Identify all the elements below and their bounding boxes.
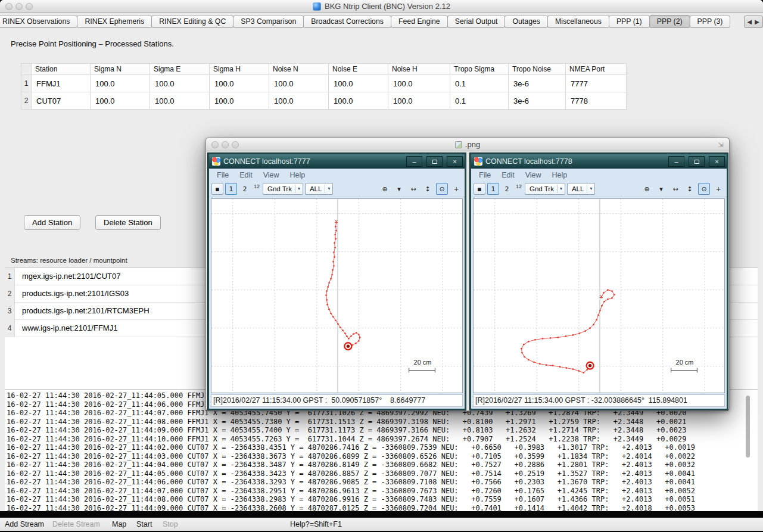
- view-2-button[interactable]: 2: [501, 183, 513, 195]
- view-12-button[interactable]: 12: [253, 183, 261, 189]
- view-1-button[interactable]: 1: [487, 183, 499, 195]
- tab-outages[interactable]: Outages: [504, 15, 548, 28]
- tab-feed-engine[interactable]: Feed Engine: [391, 15, 448, 28]
- cell-sigma-e[interactable]: 100.0: [150, 75, 210, 92]
- cell-noise-h[interactable]: 100.0: [388, 92, 450, 110]
- tab-rinex-ephemeris[interactable]: RINEX Ephemeris: [77, 15, 152, 28]
- cell-sigma-e[interactable]: 100.0: [150, 92, 210, 110]
- cell-noise-n[interactable]: 100.0: [269, 92, 329, 110]
- crosshair-icon[interactable]: +: [712, 183, 724, 195]
- png-titlebar[interactable]: .png ⇲: [206, 138, 729, 151]
- cell-sigma-n[interactable]: 100.0: [91, 75, 150, 92]
- cell-station[interactable]: CUT07: [32, 92, 91, 110]
- tab-ppp-2[interactable]: PPP (2): [649, 15, 690, 28]
- tab-scroll-right-icon[interactable]: ▶: [753, 18, 761, 25]
- plot-titlebar[interactable]: CONNECT localhost:7778–×: [471, 154, 727, 169]
- stream-row-number: 1: [5, 268, 15, 285]
- ground-track-plot[interactable]: 20 cm: [211, 198, 463, 393]
- plot-type-combo[interactable]: Gnd Trk▾: [263, 183, 303, 195]
- cell-station[interactable]: FFMJ1: [32, 75, 91, 92]
- tab-rinex-editing-qc[interactable]: RINEX Editing & QC: [151, 15, 233, 28]
- cell-nmea-port[interactable]: 7778: [566, 92, 627, 110]
- maximize-button[interactable]: [689, 156, 705, 167]
- fit-horizontal-icon[interactable]: ↔: [669, 183, 681, 195]
- map-action[interactable]: Map: [112, 518, 126, 531]
- cell-tropo-noise[interactable]: 3e-6: [509, 92, 566, 110]
- cell-noise-e[interactable]: 100.0: [329, 92, 388, 110]
- close-button[interactable]: ×: [709, 156, 725, 167]
- maximize-button[interactable]: [426, 156, 443, 167]
- cell-noise-h[interactable]: 100.0: [388, 75, 450, 92]
- plot-toolbar: ▪1212Gnd Trk▾ALL▾⊕▾↔↕⊙+: [209, 181, 465, 197]
- start-action[interactable]: Start: [136, 518, 152, 531]
- cell-nmea-port[interactable]: 7777: [566, 75, 627, 92]
- cell-sigma-h[interactable]: 100.0: [210, 75, 269, 92]
- cell-tropo-sigma[interactable]: 0.1: [450, 75, 509, 92]
- fit-center-icon[interactable]: ⊕: [379, 183, 391, 195]
- menu-help[interactable]: Help: [547, 171, 573, 179]
- fit-vertical-icon[interactable]: ↕: [422, 183, 434, 195]
- tab-rinex-observations[interactable]: RINEX Observations: [0, 15, 77, 28]
- delete-stream-action[interactable]: Delete Stream: [52, 518, 100, 531]
- stop-action[interactable]: Stop: [163, 518, 178, 531]
- tab-scroll-buttons[interactable]: ◀ ▶: [744, 15, 763, 28]
- cell-sigma-n[interactable]: 100.0: [91, 92, 150, 110]
- close-button[interactable]: ×: [447, 156, 463, 167]
- track-center-icon[interactable]: ⊙: [436, 183, 448, 195]
- stream-square-button[interactable]: ▪: [211, 183, 223, 195]
- plot-menubar: FileEditViewHelp: [209, 169, 465, 181]
- plot-type-combo[interactable]: Gnd Trk▾: [525, 183, 565, 195]
- options-dropdown-icon[interactable]: ▾: [393, 183, 405, 195]
- cell-tropo-noise[interactable]: 3e-6: [509, 75, 566, 92]
- menu-view[interactable]: View: [258, 171, 285, 179]
- stream-square-button[interactable]: ▪: [474, 183, 485, 195]
- add-stream-action[interactable]: Add Stream: [5, 518, 44, 531]
- crosshair-icon[interactable]: +: [450, 183, 462, 195]
- tab-broadcast-corrections[interactable]: Broadcast Corrections: [303, 15, 391, 28]
- fit-vertical-icon[interactable]: ↕: [684, 183, 696, 195]
- satellite-combo[interactable]: ALL▾: [305, 183, 333, 195]
- menu-edit[interactable]: Edit: [496, 171, 520, 179]
- tab-scroll-left-icon[interactable]: ◀: [746, 18, 753, 25]
- track-center-icon[interactable]: ⊙: [698, 183, 710, 195]
- add-station-button[interactable]: Add Station: [24, 215, 80, 230]
- view-2-button[interactable]: 2: [239, 183, 251, 195]
- log-scrollbar[interactable]: [746, 396, 750, 458]
- plot-window-7777: CONNECT localhost:7777–×FileEditViewHelp…: [208, 153, 466, 410]
- fit-horizontal-icon[interactable]: ↔: [407, 183, 419, 195]
- delete-station-button[interactable]: Delete Station: [95, 215, 161, 230]
- cell-noise-e[interactable]: 100.0: [329, 75, 388, 92]
- tab-sp3-comparison[interactable]: SP3 Comparison: [233, 15, 304, 28]
- cell-noise-n[interactable]: 100.0: [269, 75, 329, 92]
- tab-ppp-1[interactable]: PPP (1): [609, 15, 650, 28]
- view-12-button[interactable]: 12: [515, 183, 523, 189]
- stream-mountpoint: products.igs-ip.net:2101/RTCM3EPH: [22, 303, 150, 319]
- menu-file[interactable]: File: [211, 171, 234, 179]
- ground-track-plot[interactable]: 20 cm: [473, 198, 725, 393]
- cell-sigma-h[interactable]: 100.0: [210, 92, 269, 110]
- png-preview-window: .png ⇲ CONNECT localhost:7777–×FileEditV…: [205, 138, 730, 411]
- plot-status-bar: [R]2016/02/27 11:15:34.00 GPST : 50.0905…: [211, 394, 463, 407]
- menu-file[interactable]: File: [474, 171, 496, 179]
- menu-edit[interactable]: Edit: [234, 171, 258, 179]
- view-1-button[interactable]: 1: [225, 183, 237, 195]
- log-line: 16-02-27 11:44:30 2016-02-27_11:44:06.00…: [7, 478, 758, 487]
- satellite-combo[interactable]: ALL▾: [567, 183, 595, 195]
- options-dropdown-icon[interactable]: ▾: [655, 183, 667, 195]
- fit-center-icon[interactable]: ⊕: [641, 183, 653, 195]
- tab-miscellaneous[interactable]: Miscellaneous: [547, 15, 609, 28]
- menu-help[interactable]: Help: [285, 171, 311, 179]
- plot-titlebar[interactable]: CONNECT localhost:7777–×: [209, 154, 465, 169]
- minimize-button[interactable]: –: [406, 156, 422, 167]
- menu-view[interactable]: View: [520, 171, 547, 179]
- tab-ppp-3[interactable]: PPP (3): [690, 15, 731, 28]
- main-titlebar[interactable]: BKG Ntrip Client (BNC) Version 2.12: [0, 0, 763, 13]
- log-line: 16-02-27 11:44:30 2016-02-27_11:44:02.00…: [7, 443, 758, 452]
- tab-serial-output[interactable]: Serial Output: [447, 15, 506, 28]
- toolbar-icon-group: ⊕▾↔↕⊙+: [379, 183, 462, 195]
- stream-mountpoint: mgex.igs-ip.net:2101/CUT07: [22, 268, 120, 285]
- minimize-button[interactable]: –: [668, 156, 684, 167]
- cell-tropo-sigma[interactable]: 0.1: [450, 92, 509, 110]
- fullscreen-expand-icon[interactable]: ⇲: [717, 141, 725, 149]
- stations-table: StationSigma NSigma ESigma HNoise NNoise…: [21, 63, 627, 110]
